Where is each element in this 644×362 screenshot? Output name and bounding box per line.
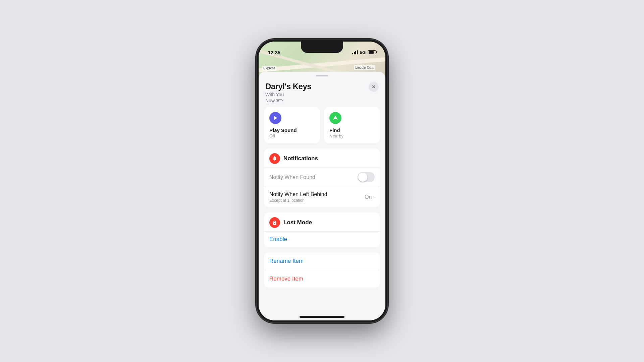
- find-nearby-title: Find: [329, 127, 375, 133]
- notify-found-toggle[interactable]: [358, 172, 375, 182]
- bell-icon: [272, 156, 278, 162]
- lock-icon: [272, 220, 278, 226]
- notify-left-behind-sublabel: Except at 1 location: [269, 198, 327, 203]
- notify-when-found-row[interactable]: Notify When Found: [264, 167, 380, 187]
- item-subtitle: With You: [265, 92, 311, 97]
- enable-lost-mode-label[interactable]: Enable: [269, 236, 287, 243]
- lost-mode-title: Lost Mode: [283, 219, 312, 226]
- remove-item-row[interactable]: Remove Item: [264, 270, 380, 288]
- network-type: 5G: [360, 50, 366, 55]
- notifications-section: Notifications Notify When Found Notify W…: [264, 148, 380, 207]
- lost-mode-icon-bg: [269, 217, 280, 228]
- close-button[interactable]: ✕: [369, 82, 379, 92]
- detail-sheet: Daryl's Keys With You Now ✕: [259, 72, 385, 320]
- battery-icon: [368, 50, 376, 54]
- action-row: Play Sound Off Find Nearby: [259, 107, 385, 148]
- status-icons: 5G: [352, 50, 376, 55]
- notify-left-behind-row[interactable]: Notify When Left Behind Except at 1 loca…: [264, 187, 380, 207]
- status-time: 12:35: [268, 50, 280, 55]
- svg-marker-1: [333, 116, 338, 120]
- svg-rect-2: [274, 160, 275, 161]
- play-sound-card[interactable]: Play Sound Off: [264, 107, 320, 143]
- screen: Express Lincoln Co... 12:35 5G: [259, 42, 385, 320]
- phone-frame: Express Lincoln Co... 12:35 5G: [257, 40, 387, 322]
- notifications-title: Notifications: [283, 155, 318, 162]
- notify-left-behind-value: On: [365, 194, 372, 200]
- enable-lost-mode-row[interactable]: Enable: [264, 231, 380, 247]
- item-info: Daryl's Keys With You Now: [265, 82, 311, 103]
- notch: [301, 42, 343, 53]
- signal-bars: [352, 50, 358, 54]
- lost-mode-header: Lost Mode: [264, 213, 380, 231]
- play-icon: [272, 115, 278, 121]
- item-status: Now: [265, 98, 311, 103]
- find-nearby-subtitle: Nearby: [329, 133, 375, 138]
- notify-left-behind-label: Notify When Left Behind: [269, 191, 327, 197]
- svg-point-5: [274, 223, 275, 224]
- remove-item-label[interactable]: Remove Item: [269, 276, 303, 282]
- lost-mode-section: Lost Mode Enable: [264, 213, 380, 247]
- rename-item-row[interactable]: Rename Item: [264, 252, 380, 270]
- notify-found-label: Notify When Found: [269, 174, 315, 180]
- play-sound-icon-bg: [269, 112, 281, 124]
- svg-marker-0: [274, 116, 277, 120]
- map-label-lincoln: Lincoln Co...: [354, 65, 375, 70]
- item-battery: [276, 99, 282, 102]
- play-sound-subtitle: Off: [269, 133, 315, 138]
- find-nearby-icon-bg: [329, 112, 341, 124]
- notifications-icon-bg: [269, 153, 280, 164]
- rename-item-label[interactable]: Rename Item: [269, 258, 304, 264]
- item-title: Daryl's Keys: [265, 82, 311, 91]
- find-nearby-card[interactable]: Find Nearby: [324, 107, 380, 143]
- play-sound-title: Play Sound: [269, 127, 315, 133]
- sheet-handle: [316, 75, 328, 76]
- chevron-icon: ›: [373, 194, 375, 200]
- notifications-header: Notifications: [264, 148, 380, 167]
- item-actions-section: Rename Item Remove Item: [264, 252, 380, 288]
- svg-point-3: [274, 156, 275, 157]
- sheet-header: Daryl's Keys With You Now ✕: [259, 76, 385, 107]
- arrow-up-icon: [332, 115, 338, 121]
- map-label-express: Express: [262, 66, 277, 71]
- home-indicator: [300, 316, 344, 318]
